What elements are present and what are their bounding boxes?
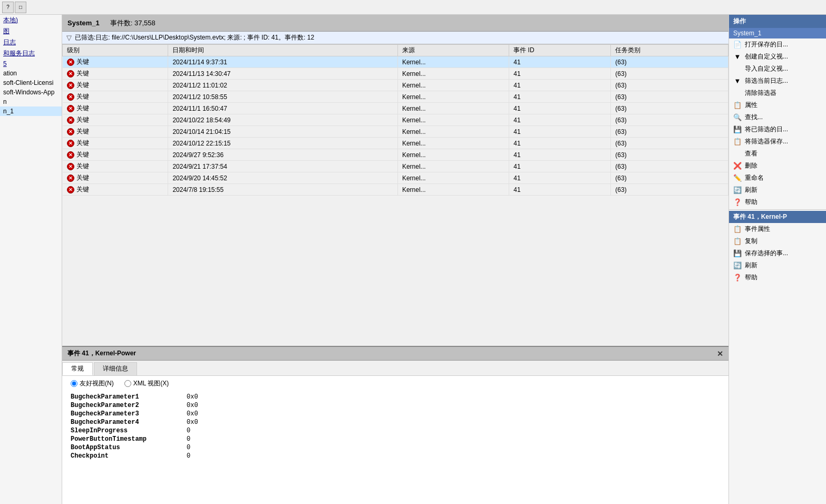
err-circle: ✕ bbox=[67, 175, 74, 182]
table-row[interactable]: ✕关键2024/11/1 16:50:47Kernel...41(63) bbox=[63, 103, 728, 114]
cell-event-id: 41 bbox=[509, 68, 611, 80]
table-row[interactable]: ✕关键2024/10/14 21:04:15Kernel...41(63) bbox=[63, 126, 728, 138]
table-row[interactable]: ✕关键2024/7/8 19:15:55Kernel...41(63) bbox=[63, 184, 728, 196]
log-title: System_1 bbox=[67, 19, 100, 27]
right-item-icon: 📋 bbox=[733, 138, 742, 146]
right-action-item[interactable]: 🔄刷新 bbox=[729, 184, 826, 196]
right-event-action-item[interactable]: 💾保存选择的事... bbox=[729, 247, 826, 259]
right-panel: 操作 System_1 📄打开保存的日...▼创建自定义视...导入自定义视..… bbox=[728, 15, 826, 504]
right-event-action-item[interactable]: 🔄刷新 bbox=[729, 259, 826, 272]
sidebar-item-5[interactable]: 5 bbox=[0, 59, 62, 69]
radio-friendly[interactable]: 友好视图(N) bbox=[71, 379, 114, 388]
radio-xml[interactable]: XML 视图(X) bbox=[124, 379, 169, 388]
detail-row: BugcheckParameter20x0 bbox=[71, 402, 720, 409]
table-row[interactable]: ✕关键2024/11/2 11:01:02Kernel...41(63) bbox=[63, 80, 728, 91]
right-action-item[interactable]: ❌删除 bbox=[729, 160, 826, 172]
window-icon: □ bbox=[19, 4, 22, 10]
right-subsection-system: System_1 bbox=[729, 28, 826, 38]
right-event-action-item[interactable]: 📋复制 bbox=[729, 235, 826, 247]
table-row[interactable]: ✕关键2024/9/20 14:45:52Kernel...41(63) bbox=[63, 172, 728, 184]
right-action-item[interactable]: 🔍查找... bbox=[729, 111, 826, 123]
err-circle: ✕ bbox=[67, 70, 74, 77]
detail-row: BugcheckParameter10x0 bbox=[71, 393, 720, 401]
table-row[interactable]: ✕关键2024/10/12 22:15:15Kernel...41(63) bbox=[63, 138, 728, 149]
detail-key: SleepInProgress bbox=[71, 427, 187, 434]
tab-general[interactable]: 常规 bbox=[62, 362, 93, 375]
cell-level: ✕关键 bbox=[63, 149, 168, 161]
table-area: 级别 日期和时间 来源 事件 ID 任务类别 ✕关键2024/11/14 9:3… bbox=[62, 44, 728, 346]
error-icon: ✕关键 bbox=[67, 115, 89, 124]
sidebar-item-local[interactable]: 本地) bbox=[0, 15, 62, 26]
sidebar-item-service-log[interactable]: 和服务日志 bbox=[0, 48, 62, 59]
detail-row: BugcheckParameter40x0 bbox=[71, 419, 720, 426]
table-row[interactable]: ✕关键2024/9/21 17:37:54Kernel...41(63) bbox=[63, 161, 728, 172]
right-item-label: 查找... bbox=[745, 113, 763, 122]
sidebar-item-n1[interactable]: n_1 bbox=[0, 106, 62, 116]
right-item-icon: 💾 bbox=[733, 125, 742, 134]
error-icon: ✕关键 bbox=[67, 139, 89, 148]
cell-datetime: 2024/10/12 22:15:15 bbox=[168, 138, 397, 149]
cell-source: Kernel... bbox=[397, 138, 509, 149]
right-item-icon: 📋 bbox=[733, 101, 742, 110]
right-action-item[interactable]: 💾将已筛选的日... bbox=[729, 123, 826, 135]
right-action-item[interactable]: 清除筛选器 bbox=[729, 87, 826, 99]
tab-details[interactable]: 详细信息 bbox=[94, 362, 137, 375]
cell-task: (63) bbox=[611, 126, 728, 138]
right-action-item[interactable]: ▼筛选当前日志... bbox=[729, 75, 826, 87]
log-count: 事件数: 37,558 bbox=[110, 18, 156, 28]
cell-datetime: 2024/9/20 14:45:52 bbox=[168, 172, 397, 184]
sidebar-item-soft-client[interactable]: soft-Client-Licensi bbox=[0, 78, 62, 88]
right-item-icon: ▼ bbox=[733, 53, 742, 61]
detail-content[interactable]: BugcheckParameter10x0BugcheckParameter20… bbox=[62, 391, 728, 504]
cell-task: (63) bbox=[611, 103, 728, 114]
table-row[interactable]: ✕关键2024/10/22 18:54:49Kernel...41(63) bbox=[63, 114, 728, 126]
cell-level: ✕关键 bbox=[63, 114, 168, 126]
right-event-action-item[interactable]: ❓帮助 bbox=[729, 272, 826, 284]
err-circle: ✕ bbox=[67, 93, 74, 101]
right-action-item[interactable]: 📄打开保存的日... bbox=[729, 38, 826, 51]
right-action-item[interactable]: ▼创建自定义视... bbox=[729, 51, 826, 63]
right-action-item[interactable]: 📋将筛选器保存... bbox=[729, 135, 826, 148]
sidebar-item-icon[interactable]: 图 bbox=[0, 26, 62, 37]
error-icon: ✕关键 bbox=[67, 104, 89, 113]
col-level: 级别 bbox=[63, 45, 168, 56]
right-event-action-item[interactable]: 📋事件属性 bbox=[729, 223, 826, 235]
sidebar-item-soft-windows[interactable]: soft-Windows-App bbox=[0, 88, 62, 97]
right-divider-1 bbox=[729, 209, 826, 210]
top-toolbar: ? □ bbox=[0, 0, 826, 15]
error-icon: ✕关键 bbox=[67, 127, 89, 136]
right-item-label: 导入自定义视... bbox=[745, 64, 788, 73]
cell-level: ✕关键 bbox=[63, 184, 168, 196]
right-item-icon: ❓ bbox=[733, 198, 742, 207]
detail-title: 事件 41，Kernel-Power bbox=[67, 349, 136, 358]
table-row[interactable]: ✕关键2024/11/2 10:58:55Kernel...41(63) bbox=[63, 91, 728, 103]
table-row[interactable]: ✕关键2024/11/13 14:30:47Kernel...41(63) bbox=[63, 68, 728, 80]
cell-source: Kernel... bbox=[397, 149, 509, 161]
close-button[interactable]: ✕ bbox=[717, 350, 723, 358]
right-item-label: 刷新 bbox=[745, 186, 757, 195]
cell-task: (63) bbox=[611, 184, 728, 196]
table-scroll[interactable]: 级别 日期和时间 来源 事件 ID 任务类别 ✕关键2024/11/14 9:3… bbox=[62, 44, 728, 346]
toolbar-btn-2[interactable]: □ bbox=[15, 2, 26, 13]
sidebar: 本地) 图 日志 和服务日志 5 ation soft-Client-Licen… bbox=[0, 15, 62, 504]
right-action-item[interactable]: ✏️重命名 bbox=[729, 172, 826, 184]
toolbar-btn-1[interactable]: ? bbox=[2, 2, 14, 13]
right-action-item[interactable]: 查看 bbox=[729, 148, 826, 160]
cell-source: Kernel... bbox=[397, 184, 509, 196]
sidebar-item-log[interactable]: 日志 bbox=[0, 37, 62, 48]
sidebar-item-n[interactable]: n bbox=[0, 97, 62, 106]
right-action-item[interactable]: ❓帮助 bbox=[729, 196, 826, 208]
table-row[interactable]: ✕关键2024/11/14 9:37:31Kernel...41(63) bbox=[63, 56, 728, 68]
sidebar-item-ation[interactable]: ation bbox=[0, 69, 62, 78]
table-row[interactable]: ✕关键2024/9/27 9:52:36Kernel...41(63) bbox=[63, 149, 728, 161]
right-item-label: 筛选当前日志... bbox=[745, 76, 788, 85]
right-item-icon bbox=[733, 65, 742, 73]
right-item-label: 创建自定义视... bbox=[745, 52, 788, 61]
right-action-item[interactable]: 📋属性 bbox=[729, 99, 826, 111]
err-circle: ✕ bbox=[67, 186, 74, 193]
detail-val: 0x0 bbox=[187, 410, 198, 418]
cell-source: Kernel... bbox=[397, 103, 509, 114]
detail-key: BootAppStatus bbox=[71, 444, 187, 451]
right-action-item[interactable]: 导入自定义视... bbox=[729, 63, 826, 75]
right-item-label: 复制 bbox=[745, 237, 757, 246]
